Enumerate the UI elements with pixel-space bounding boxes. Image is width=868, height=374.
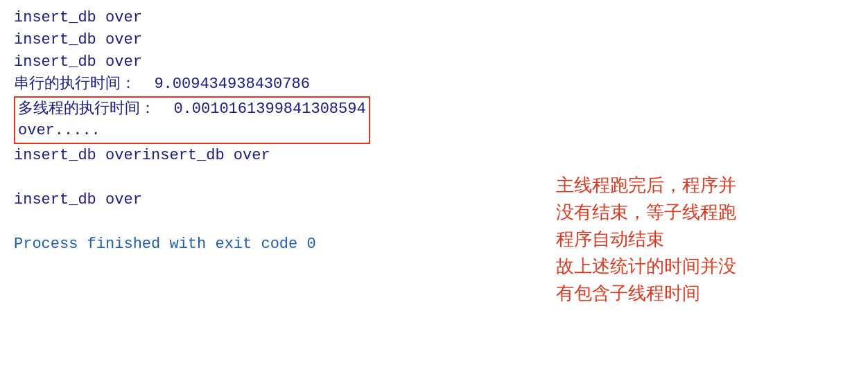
console-line-over: over.....	[18, 120, 366, 142]
annotation-text: 主线程跑完后，程序并没有结束，等子线程跑程序自动结束故上述统计的时间并没有包含子…	[556, 172, 854, 307]
console-line-1: insert_db over	[14, 7, 854, 29]
console-line-insert-double: insert_db overinsert_db over	[14, 145, 854, 167]
console-line-2: insert_db over	[14, 29, 854, 51]
console-line-thread-time: 多线程的执行时间： 0.0010161399841308594	[18, 98, 366, 121]
console-line-3: insert_db over	[14, 51, 854, 73]
console-line-serial-time: 串行的执行时间： 9.009434938430786	[14, 73, 854, 96]
